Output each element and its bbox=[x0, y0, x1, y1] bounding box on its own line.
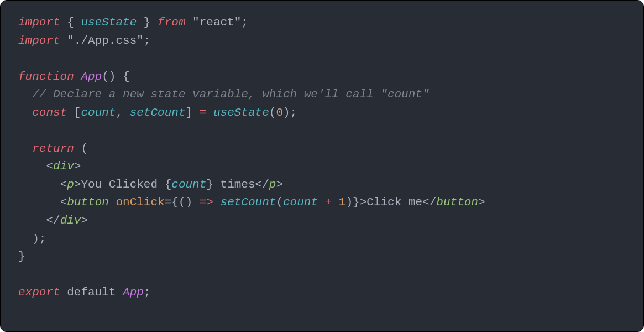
space bbox=[60, 34, 67, 47]
tag-close: > bbox=[360, 196, 367, 209]
plus-op: + bbox=[325, 196, 332, 209]
brace-open: { bbox=[60, 16, 81, 29]
space bbox=[186, 16, 193, 29]
identifier-setCount: setCount bbox=[130, 106, 186, 119]
semicolon: ; bbox=[144, 34, 151, 47]
string-react: "react" bbox=[192, 16, 241, 29]
number-one: 1 bbox=[339, 196, 346, 209]
brace-open: { bbox=[123, 70, 130, 83]
semicolon: ; bbox=[144, 286, 151, 299]
indent bbox=[18, 232, 32, 245]
tag-open: </ bbox=[422, 196, 436, 209]
indent bbox=[18, 214, 46, 227]
jsx-brace-close: } bbox=[206, 178, 213, 191]
paren-open: ( bbox=[81, 142, 88, 155]
tag-open: < bbox=[60, 196, 67, 209]
identifier-count: count bbox=[283, 196, 318, 209]
brace-close: } bbox=[137, 16, 158, 29]
space bbox=[116, 286, 123, 299]
tag-open: </ bbox=[46, 214, 60, 227]
semicolon: ; bbox=[290, 106, 297, 119]
function-name-app: App bbox=[81, 70, 102, 83]
paren-close: ) bbox=[32, 232, 39, 245]
code-content: import { useState } from "react"; import… bbox=[18, 14, 626, 302]
semicolon: ; bbox=[241, 16, 248, 29]
tag-button: button bbox=[436, 196, 478, 209]
arrow-op: => bbox=[200, 196, 213, 209]
space bbox=[192, 106, 200, 119]
arrow-params: () bbox=[179, 196, 192, 209]
space bbox=[74, 142, 81, 155]
tag-div: div bbox=[60, 214, 81, 227]
keyword-const: const bbox=[32, 106, 67, 119]
call-useState: useState bbox=[213, 106, 269, 119]
space bbox=[206, 106, 213, 119]
number-zero: 0 bbox=[276, 106, 283, 119]
indent bbox=[18, 178, 60, 191]
attr-onClick: onClick bbox=[116, 196, 164, 209]
paren-open: ( bbox=[276, 196, 283, 209]
bracket-open: [ bbox=[74, 106, 81, 119]
indent bbox=[18, 106, 32, 119]
jsx-text: You Clicked bbox=[81, 178, 164, 191]
tag-open: < bbox=[46, 160, 53, 173]
tag-button: button bbox=[67, 196, 109, 209]
space bbox=[60, 286, 67, 299]
jsx-brace-open: { bbox=[165, 178, 172, 191]
indent bbox=[18, 142, 32, 155]
jsx-text: times bbox=[213, 178, 255, 191]
jsx-brace-close: } bbox=[353, 196, 360, 209]
tag-p: p bbox=[67, 178, 74, 191]
space bbox=[67, 106, 74, 119]
keyword-function: function bbox=[18, 70, 74, 83]
keyword-import: import bbox=[18, 34, 60, 47]
equals: = bbox=[165, 196, 172, 209]
indent bbox=[18, 160, 46, 173]
keyword-default: default bbox=[67, 286, 116, 299]
identifier-count: count bbox=[81, 106, 116, 119]
jsx-brace-open: { bbox=[171, 196, 179, 209]
tag-open: </ bbox=[255, 178, 269, 191]
tag-close: > bbox=[74, 178, 81, 191]
code-block: import { useState } from "react"; import… bbox=[0, 0, 644, 332]
tag-open: < bbox=[60, 178, 67, 191]
parens: () bbox=[102, 70, 116, 83]
tag-p: p bbox=[269, 178, 276, 191]
tag-div: div bbox=[53, 160, 74, 173]
tag-close: > bbox=[81, 214, 88, 227]
brace-close: } bbox=[18, 250, 25, 263]
bracket-close: ] bbox=[186, 106, 193, 119]
call-setCount: setCount bbox=[221, 196, 276, 209]
keyword-export: export bbox=[18, 286, 60, 299]
tag-close: > bbox=[74, 160, 81, 173]
tag-close: > bbox=[478, 196, 485, 209]
keyword-from: from bbox=[158, 16, 185, 29]
semicolon: ; bbox=[39, 232, 46, 245]
space bbox=[332, 196, 339, 209]
assign-op: = bbox=[200, 106, 207, 119]
identifier-useState: useState bbox=[81, 16, 137, 29]
space bbox=[213, 196, 221, 209]
comma: , bbox=[116, 106, 129, 119]
space bbox=[116, 70, 123, 83]
space bbox=[318, 196, 325, 209]
tag-close: > bbox=[276, 178, 283, 191]
paren-open: ( bbox=[269, 106, 276, 119]
space bbox=[74, 70, 81, 83]
identifier-count: count bbox=[171, 178, 206, 191]
space bbox=[192, 196, 200, 209]
paren-close: ) bbox=[345, 196, 353, 209]
indent bbox=[18, 196, 60, 209]
identifier-app: App bbox=[123, 286, 144, 299]
comment-line: // Declare a new state variable, which w… bbox=[18, 88, 430, 101]
keyword-import: import bbox=[18, 16, 60, 29]
space bbox=[109, 196, 116, 209]
paren-close: ) bbox=[283, 106, 290, 119]
jsx-text: Click me bbox=[366, 196, 422, 209]
keyword-return: return bbox=[32, 142, 74, 155]
string-appcss: "./App.css" bbox=[67, 34, 144, 47]
